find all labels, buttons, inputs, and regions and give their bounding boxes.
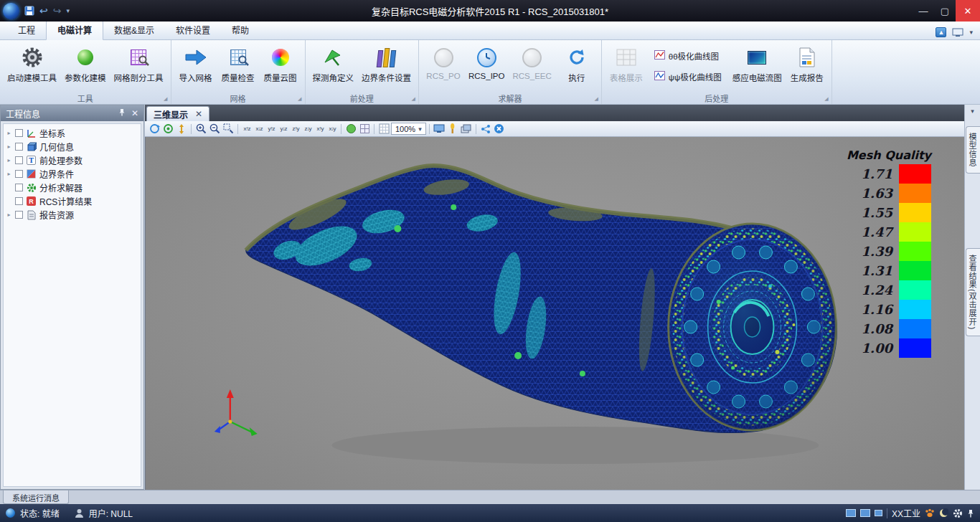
solver-rcs-eec-button[interactable]: RCS_EEC: [509, 42, 555, 80]
checkbox[interactable]: [15, 143, 23, 151]
qat-dropdown-icon[interactable]: ▾: [66, 7, 70, 14]
dialog-launcher-icon[interactable]: ◢: [594, 96, 598, 101]
window-layout-icon[interactable]: [846, 509, 856, 517]
window-layout-icon[interactable]: [875, 510, 882, 516]
checkbox[interactable]: [15, 129, 23, 137]
induced-current-map-button[interactable]: 感应电磁流图: [729, 42, 786, 83]
dialog-launcher-icon[interactable]: ◢: [412, 96, 415, 101]
dialog-launcher-icon[interactable]: ◢: [164, 96, 167, 101]
clear-view-icon[interactable]: [493, 123, 506, 136]
system-messages-tab[interactable]: 系统运行消息: [3, 490, 69, 504]
legend-value: 1.24: [861, 284, 892, 297]
checkbox[interactable]: [15, 156, 23, 164]
expander-icon[interactable]: ▸: [6, 171, 12, 177]
expander-icon[interactable]: ▸: [6, 130, 12, 136]
view-axis-button[interactable]: x↓y: [326, 123, 338, 136]
zoom-window-icon[interactable]: [222, 123, 235, 136]
wireframe-view-icon[interactable]: [358, 123, 371, 136]
view-axis-button[interactable]: z↑y: [290, 123, 301, 136]
tab-3d-display[interactable]: 三维显示 ✕: [146, 106, 209, 121]
tab-settings[interactable]: 软件设置: [165, 21, 221, 39]
pin-icon[interactable]: [118, 108, 126, 118]
legend-value: 1.63: [861, 187, 892, 200]
redo-icon[interactable]: ↪: [53, 6, 62, 16]
orbit-icon[interactable]: [148, 123, 161, 136]
tab-em-computation[interactable]: 电磁计算: [46, 20, 103, 40]
dialog-launcher-icon[interactable]: ◢: [298, 96, 301, 101]
panel-close-icon[interactable]: ✕: [131, 108, 138, 118]
zoom-level-select[interactable]: 100% ▾: [391, 123, 426, 135]
view-results-vertical-tab[interactable]: 查看结果(双击展开): [966, 248, 980, 336]
tab-help[interactable]: 帮助: [221, 21, 260, 39]
grid-icon[interactable]: [377, 123, 390, 136]
tab-close-icon[interactable]: ✕: [195, 109, 202, 119]
mesh-partition-tool-button[interactable]: 网格剖分工具: [110, 42, 167, 83]
expander-icon[interactable]: ▸: [6, 212, 12, 218]
dialog-launcher-icon[interactable]: ◢: [824, 96, 828, 101]
zoom-out-icon[interactable]: [208, 123, 221, 136]
parametric-modeling-button[interactable]: 参数化建模: [61, 42, 110, 83]
shaded-view-icon[interactable]: [344, 123, 357, 136]
menubar-dropdown-icon[interactable]: ▾: [969, 29, 973, 36]
checkbox[interactable]: [15, 211, 23, 219]
gear-icon[interactable]: [953, 508, 963, 518]
psi-polarization-curve-button[interactable]: ψψ极化曲线图: [649, 68, 727, 85]
expander-icon[interactable]: ▸: [6, 157, 12, 163]
render-mode-icon[interactable]: [433, 123, 446, 136]
solver-rcs-ipo-button[interactable]: RCS_IPO: [465, 42, 509, 80]
tree-item-boundary-conditions[interactable]: ▸ 边界条件: [4, 167, 141, 181]
view-axis-button[interactable]: y↓z: [278, 123, 289, 136]
tree-item-rcs-results[interactable]: R RCS计算结果: [4, 194, 141, 208]
view-axis-button[interactable]: y↑z: [265, 123, 277, 136]
execute-button[interactable]: 执行: [556, 42, 598, 83]
tree-item-coordinate-system[interactable]: ▸ 坐标系: [4, 126, 141, 140]
layers-icon[interactable]: [460, 123, 473, 136]
solver-rcs-po-button[interactable]: RCS_PO: [423, 42, 464, 80]
checkbox[interactable]: [15, 197, 23, 205]
paw-icon[interactable]: [925, 508, 935, 518]
generate-report-button[interactable]: 生成报告: [786, 42, 828, 83]
mesh-magnifier-icon: [114, 43, 164, 72]
tab-data-display[interactable]: 数据&显示: [103, 21, 165, 39]
view-axis-button[interactable]: z↓y: [302, 123, 314, 136]
quality-check-button[interactable]: 质量检查: [217, 42, 259, 83]
quality-cloud-map-button[interactable]: 质量云图: [260, 42, 301, 83]
tree-item-geometry-info[interactable]: ▸ 几何信息: [4, 140, 141, 153]
checkbox[interactable]: [15, 184, 23, 191]
model-info-vertical-tab[interactable]: 模型信息: [966, 126, 980, 174]
rotate-icon[interactable]: [161, 123, 174, 136]
collapse-ribbon-icon[interactable]: ▲: [936, 27, 946, 37]
pin-icon[interactable]: [967, 509, 974, 518]
share-icon[interactable]: [479, 123, 492, 136]
moon-icon[interactable]: [939, 508, 948, 518]
pan-icon[interactable]: [175, 123, 188, 136]
display-icon[interactable]: [952, 28, 963, 37]
tree-item-report-resources[interactable]: ▸ 报告资源: [4, 208, 141, 222]
theta-polarization-curve-button[interactable]: θθ极化曲线图: [649, 47, 727, 65]
view-axis-button[interactable]: x↓z: [253, 123, 265, 136]
launch-modeling-tool-button[interactable]: 启动建模工具: [4, 42, 60, 83]
probe-angle-define-button[interactable]: 探测角定义: [309, 42, 358, 83]
view-axis-button[interactable]: x↑z: [241, 123, 253, 136]
close-button[interactable]: ✕: [956, 0, 980, 22]
light-icon[interactable]: [446, 123, 459, 136]
import-mesh-button[interactable]: 导入网格: [175, 42, 217, 83]
tab-project[interactable]: 工程: [7, 21, 46, 39]
undo-icon[interactable]: ↩: [39, 6, 48, 16]
tree-item-preprocess-params[interactable]: ▸ T 前处理参数: [4, 153, 141, 167]
tree-item-analysis-solver[interactable]: 分析求解器: [4, 181, 141, 194]
table-display-button[interactable]: 表格展示: [606, 42, 647, 83]
minimize-button[interactable]: —: [913, 0, 934, 22]
table-icon: [609, 43, 644, 72]
chevron-down-icon[interactable]: ▾: [965, 108, 980, 115]
viewport-3d[interactable]: Mesh Quality 1.71 1.63 1.55 1.47 1.39 1.…: [145, 137, 964, 490]
boundary-condition-settings-button[interactable]: 边界条件设置: [358, 42, 415, 83]
zoom-in-icon[interactable]: [194, 123, 207, 136]
view-axis-button[interactable]: x↑y: [314, 123, 326, 136]
panel-title: 工程信息: [6, 108, 40, 120]
maximize-button[interactable]: ▢: [934, 0, 956, 22]
expander-icon[interactable]: ▸: [6, 143, 12, 150]
window-layout-icon[interactable]: [860, 509, 870, 517]
save-icon[interactable]: [24, 6, 34, 16]
checkbox[interactable]: [15, 170, 23, 178]
